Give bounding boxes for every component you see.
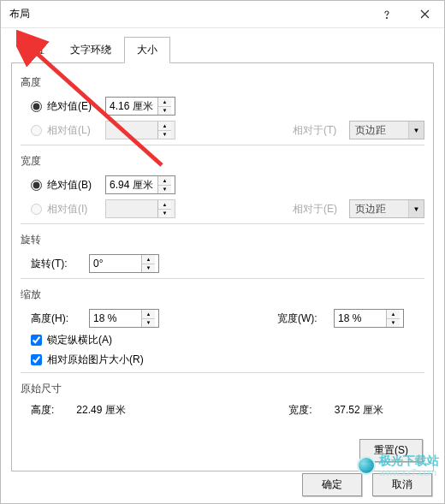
- width-relative-radio: [31, 204, 42, 215]
- svg-point-0: [386, 17, 387, 18]
- height-absolute-spin[interactable]: ▲ ▼: [105, 97, 175, 116]
- scale-height-input[interactable]: [90, 310, 141, 327]
- height-absolute-label: 绝对值(E): [47, 99, 100, 114]
- section-height-title: 高度: [21, 75, 424, 90]
- lock-aspect-row: 锁定纵横比(A): [31, 333, 424, 347]
- divider: [21, 145, 424, 145]
- spin-up-icon[interactable]: ▲: [158, 176, 171, 186]
- close-button[interactable]: [406, 1, 444, 28]
- spin-down-icon[interactable]: ▼: [142, 319, 155, 328]
- width-absolute-row: 绝对值(B) ▲ ▼: [21, 175, 424, 194]
- scale-width-spin[interactable]: ▲ ▼: [334, 309, 404, 328]
- watermark: 极光下载站 www.xz7.com: [357, 454, 439, 477]
- width-relative-input: [106, 200, 157, 217]
- width-absolute-label: 绝对值(B): [47, 178, 100, 193]
- width-absolute-input[interactable]: [106, 176, 157, 193]
- help-button[interactable]: [367, 1, 406, 28]
- spin-down-icon: ▼: [158, 210, 171, 218]
- ok-button[interactable]: 确定: [302, 473, 362, 496]
- width-absolute-spin[interactable]: ▲ ▼: [105, 175, 175, 194]
- height-relative-spin: ▲ ▼: [105, 121, 175, 139]
- lock-aspect-label: 锁定纵横比(A): [47, 333, 112, 347]
- tabs: 位置 文字环绕 大小: [11, 37, 434, 63]
- chevron-down-icon: ▼: [408, 122, 424, 139]
- spin-down-icon: ▼: [158, 131, 171, 139]
- relative-original-label: 相对原始图片大小(R): [47, 353, 144, 367]
- height-relative-row: 相对值(L) ▲ ▼ 相对于(T) 页边距 ▼: [21, 121, 424, 139]
- width-relative-spin: ▲ ▼: [105, 199, 175, 218]
- rotation-row: 旋转(T): ▲ ▼: [21, 254, 424, 273]
- chevron-down-icon: ▼: [408, 200, 424, 217]
- scale-width-input[interactable]: [335, 310, 386, 327]
- watermark-line1: 极光下载站: [379, 454, 439, 467]
- original-height-label: 高度:: [31, 403, 54, 418]
- original-height-value: 22.49 厘米: [76, 403, 125, 418]
- spin-down-icon[interactable]: ▼: [387, 319, 400, 328]
- section-original-title: 原始尺寸: [21, 382, 424, 396]
- scale-row: 高度(H): ▲ ▼ 宽度(W): ▲ ▼: [21, 309, 424, 328]
- scale-height-label: 高度(H):: [31, 311, 84, 326]
- rotation-input[interactable]: [90, 255, 141, 272]
- divider: [21, 278, 424, 279]
- width-relative-label: 相对值(I): [47, 202, 100, 216]
- spin-up-icon: ▲: [158, 200, 171, 210]
- spin-down-icon[interactable]: ▼: [142, 264, 155, 273]
- original-width-value: 37.52 厘米: [335, 403, 383, 418]
- divider: [21, 372, 424, 373]
- rotation-spin[interactable]: ▲ ▼: [89, 254, 159, 273]
- height-absolute-input[interactable]: [106, 98, 157, 115]
- lock-aspect-checkbox[interactable]: [31, 335, 42, 346]
- spin-up-icon[interactable]: ▲: [387, 310, 400, 319]
- section-width-title: 宽度: [21, 154, 424, 169]
- scale-height-spin[interactable]: ▲ ▼: [89, 309, 159, 328]
- height-relative-radio: [31, 125, 42, 136]
- height-relative-to-value: 页边距: [350, 123, 408, 138]
- section-scale-title: 缩放: [21, 288, 424, 302]
- spin-up-icon[interactable]: ▲: [158, 98, 171, 107]
- scale-width-label: 宽度(W):: [277, 311, 329, 326]
- title-bar: 布局: [1, 1, 444, 28]
- width-relative-to-label: 相对于(E): [293, 202, 344, 216]
- rotation-label: 旋转(T):: [31, 257, 84, 271]
- relative-original-row: 相对原始图片大小(R): [31, 353, 424, 367]
- divider: [21, 223, 424, 224]
- height-relative-label: 相对值(L): [47, 123, 100, 138]
- content-panel: 高度 绝对值(E) ▲ ▼ 相对值(L) ▲ ▼: [11, 62, 434, 471]
- spin-up-icon[interactable]: ▲: [142, 255, 155, 264]
- height-absolute-row: 绝对值(E) ▲ ▼: [21, 97, 424, 116]
- spin-down-icon[interactable]: ▼: [158, 186, 171, 194]
- tab-wrap[interactable]: 文字环绕: [57, 37, 124, 63]
- width-relative-row: 相对值(I) ▲ ▼ 相对于(E) 页边距 ▼: [21, 199, 424, 218]
- original-width-label: 宽度:: [288, 403, 312, 418]
- window-title: 布局: [9, 7, 367, 21]
- width-absolute-radio[interactable]: [31, 180, 42, 191]
- height-relative-to-combo: 页边距 ▼: [349, 121, 424, 139]
- watermark-line2: www.xz7.com: [379, 467, 439, 477]
- height-relative-to-label: 相对于(T): [293, 123, 344, 138]
- spin-up-icon[interactable]: ▲: [142, 310, 155, 319]
- tab-size[interactable]: 大小: [124, 37, 170, 63]
- height-absolute-radio[interactable]: [31, 101, 42, 112]
- spin-up-icon: ▲: [158, 122, 171, 131]
- watermark-logo-icon: [357, 456, 376, 475]
- height-relative-input: [106, 122, 157, 139]
- spin-down-icon[interactable]: ▼: [158, 107, 171, 116]
- relative-original-checkbox[interactable]: [31, 354, 42, 365]
- tab-position[interactable]: 位置: [11, 37, 57, 63]
- section-rotation-title: 旋转: [21, 233, 424, 247]
- original-row: 高度: 22.49 厘米 宽度: 37.52 厘米: [31, 403, 424, 418]
- width-relative-to-combo: 页边距 ▼: [349, 199, 424, 218]
- width-relative-to-value: 页边距: [350, 202, 408, 216]
